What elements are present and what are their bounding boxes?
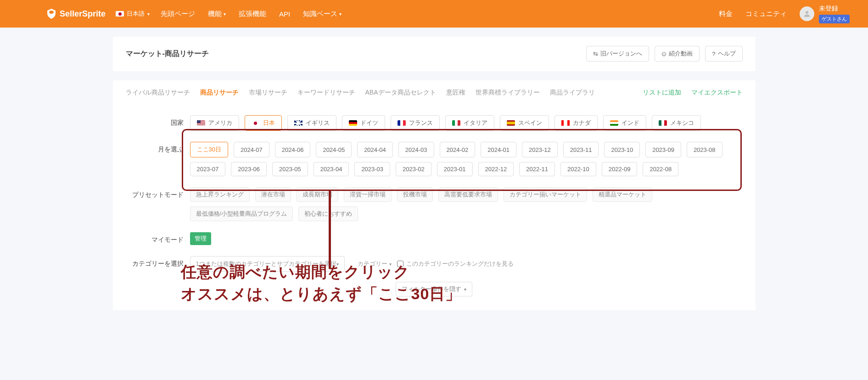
preset-rising-rank[interactable]: 急上昇ランキング [190,187,250,202]
month-2024-01[interactable]: 2024-01 [481,142,516,157]
country-jp[interactable]: 日本 [245,115,282,131]
tab-product-research[interactable]: 商品リサーチ [200,87,239,99]
month-2023-06[interactable]: 2023-06 [231,162,267,176]
month-2023-01[interactable]: 2023-01 [437,162,473,176]
toggle-filter-button[interactable]: フィルター条件を隠す ▾ [396,282,472,296]
nav-top[interactable]: 先頭ページ [161,10,195,18]
month-2022-08[interactable]: 2022-08 [643,162,678,176]
nav-api[interactable]: API [279,10,290,18]
tab-product-library[interactable]: 商品ライブラリ [550,87,595,99]
flag-it-icon [452,120,460,126]
add-to-list-link[interactable]: リストに追加 [643,89,681,97]
month-2022-11[interactable]: 2022-11 [519,162,555,176]
tab-design-rights[interactable]: 意匠権 [446,87,465,99]
preset-high-demand-low-req[interactable]: 高需要低要求市場 [438,187,498,202]
old-version-button[interactable]: ⇆ 旧バージョンへ [586,46,649,61]
month-2024-03[interactable]: 2024-03 [398,142,434,157]
nav-community[interactable]: コミュニティ [745,10,787,18]
country-fr[interactable]: フランス [391,115,440,131]
language-label: 日本語 [127,10,145,18]
month-2023-08[interactable]: 2023-08 [687,142,722,157]
help-button[interactable]: ? ヘルプ [705,46,742,61]
global-header: SellerSprite 日本語 ▾ 先頭ページ 機能▾ 拡張機能 API 知識… [0,0,868,28]
month-2024-02[interactable]: 2024-02 [440,142,476,157]
preset-beginner[interactable]: 初心者におすすめ [298,207,358,221]
flag-mx-icon [659,120,667,126]
month-2023-10[interactable]: 2023-10 [604,142,640,157]
brand-logo[interactable]: SellerSprite [46,8,106,19]
country-mx[interactable]: メキシコ [652,115,701,131]
tab-keyword-research[interactable]: キーワードリサーチ [297,87,355,99]
preset-speculative[interactable]: 投機市場 [397,187,433,202]
country-ca[interactable]: カナダ [554,115,598,131]
category-placeholder: 1つまたは複数のカテゴリーとサブカテゴリーを選択 [196,260,336,268]
page-header: マーケット-商品リサーチ ⇆ 旧バージョンへ ⊙ 紹介動画 ? ヘルプ [113,37,756,71]
language-switcher[interactable]: 日本語 ▾ [116,10,150,18]
only-this-category-checkbox[interactable]: このカテゴリーのランキングだけを見る [397,260,514,268]
month-2023-09[interactable]: 2023-09 [645,142,681,157]
month-2023-11[interactable]: 2023-11 [563,142,599,157]
month-2023-02[interactable]: 2023-02 [396,162,431,176]
flag-uk-icon [294,120,302,126]
month-2023-03[interactable]: 2023-03 [354,162,390,176]
flag-es-icon [507,120,515,126]
country-in[interactable]: インド [603,115,646,131]
month-2022-12[interactable]: 2022-12 [478,162,514,176]
chevron-down-icon: ▾ [147,11,150,17]
checkbox-input[interactable] [397,261,403,267]
month-2023-04[interactable]: 2023-04 [314,162,349,176]
label-month: 月を選ぶ [126,142,190,154]
swap-icon: ⇆ [593,50,598,57]
month-2022-10[interactable]: 2022-10 [560,162,596,176]
user-menu[interactable]: 未登録 ゲストさん [800,5,850,23]
nav-knowledge-base[interactable]: 知識ベース▾ [303,10,342,18]
tab-rival-research[interactable]: ライバル商品リサーチ [126,87,190,99]
label-mymode: マイモード [126,232,190,244]
month-2023-07[interactable]: 2023-07 [190,162,226,176]
user-info: 未登録 ゲストさん [819,5,850,23]
intro-video-button[interactable]: ⊙ 紹介動画 [655,46,700,61]
preset-category-complete[interactable]: カテゴリー揃いマーケット [504,187,587,202]
country-de[interactable]: ドイツ [342,115,385,131]
tab-market-research[interactable]: 市場リサーチ [249,87,287,99]
month-2024-07[interactable]: 2024-07 [234,142,269,157]
tab-trademark-library[interactable]: 世界商標ライブラリー [476,87,540,99]
flag-jp-icon [116,11,124,17]
nav-pricing[interactable]: 料金 [719,10,733,18]
country-it[interactable]: イタリア [445,115,494,131]
filter-form: 国家 アメリカ 日本 イギリス ドイツ フランス イタリア スペイン カナダ イ… [113,105,756,310]
row-month: 月を選ぶ ここ30日 2024-07 2024-06 2024-05 2024-… [126,136,743,182]
category-dropdown[interactable]: カテゴリー ▾ [358,260,392,268]
filter-toggle-row: フィルター条件を隠す ▾ [126,277,743,296]
country-uk[interactable]: イギリス [287,115,336,131]
label-category: カテゴリーを選択 [126,256,190,268]
guest-badge: ゲストさん [819,15,850,23]
month-last30[interactable]: ここ30日 [190,142,228,157]
month-2024-04[interactable]: 2024-04 [357,142,393,157]
nav-extension[interactable]: 拡張機能 [239,10,266,18]
month-2024-05[interactable]: 2024-05 [316,142,352,157]
flag-in-icon [610,120,618,126]
row-mymode: マイモード 管理 [126,227,743,251]
flag-de-icon [349,120,357,126]
flag-us-icon [197,120,205,126]
category-select[interactable]: 1つまたは複数のカテゴリーとサブカテゴリーを選択 ▾ [190,256,345,272]
nav-features[interactable]: 機能▾ [208,10,226,18]
preset-growth[interactable]: 成長期市場 [297,187,338,202]
month-2023-05[interactable]: 2023-05 [272,162,308,176]
preset-low-price-small[interactable]: 最低価格/小型軽量商品プログラム [190,207,293,221]
tab-aba-select[interactable]: ABAデータ商品セレクト [365,87,436,99]
preset-clearance[interactable]: 滞貨一掃市場 [344,187,392,202]
svg-point-0 [806,11,808,14]
month-2024-06[interactable]: 2024-06 [275,142,311,157]
preset-potential[interactable]: 潜在市場 [255,187,291,202]
month-2023-12[interactable]: 2023-12 [522,142,558,157]
my-export-link[interactable]: マイエクスポート [691,89,743,97]
user-icon [803,10,811,18]
month-2022-09[interactable]: 2022-09 [602,162,638,176]
user-status: 未登録 [819,5,838,13]
country-us[interactable]: アメリカ [190,115,239,131]
preset-curated[interactable]: 精選品マーケット [593,187,652,202]
manage-button[interactable]: 管理 [190,232,211,245]
country-es[interactable]: スペイン [500,115,549,131]
